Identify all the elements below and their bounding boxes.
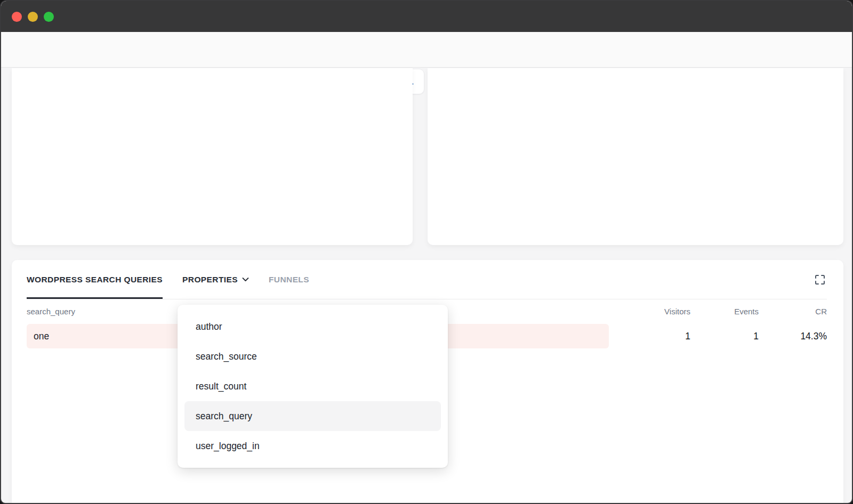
breakdown-tabstrip: WORDPRESS SEARCH QUERIES PROPERTIES FUNN… [27, 260, 827, 299]
zoom-window-button[interactable] [44, 12, 54, 22]
row-cr-value: 14.3% [759, 331, 827, 342]
minimize-window-button[interactable] [28, 12, 38, 22]
column-header-events: Events [690, 307, 759, 316]
panel-top-right [428, 68, 843, 245]
column-header-cr: CR [759, 307, 827, 316]
app-window: W .wpcomstaging.com Goal is WP Search Qu… [0, 0, 853, 504]
expand-panel-button[interactable] [815, 274, 825, 285]
properties-dropdown-menu: author search_source result_count search… [178, 305, 448, 468]
tab-wordpress-search-queries[interactable]: WORDPRESS SEARCH QUERIES [27, 260, 163, 299]
dropdown-item-author[interactable]: author [184, 312, 441, 342]
panel-top-left [12, 68, 413, 245]
dropdown-item-user-logged-in[interactable]: user_logged_in [184, 431, 441, 461]
chevron-down-icon [242, 277, 249, 282]
tab-funnels[interactable]: FUNNELS [269, 260, 309, 299]
tab-properties[interactable]: PROPERTIES [182, 260, 249, 299]
dropdown-item-search-query[interactable]: search_query [184, 401, 441, 431]
column-header-visitors: Visitors [609, 307, 690, 316]
breakdown-panel: WORDPRESS SEARCH QUERIES PROPERTIES FUNN… [12, 260, 843, 504]
dropdown-item-result-count[interactable]: result_count [184, 371, 441, 401]
dashboard-header: W .wpcomstaging.com Goal is WP Search Qu… [1, 32, 852, 68]
row-visitors-value: 1 [609, 331, 690, 342]
fullscreen-icon [815, 274, 825, 285]
row-events-value: 1 [690, 331, 759, 342]
row-label: one [34, 331, 49, 342]
macos-titlebar [1, 1, 852, 32]
close-window-button[interactable] [12, 12, 22, 22]
dropdown-item-search-source[interactable]: search_source [184, 342, 441, 371]
